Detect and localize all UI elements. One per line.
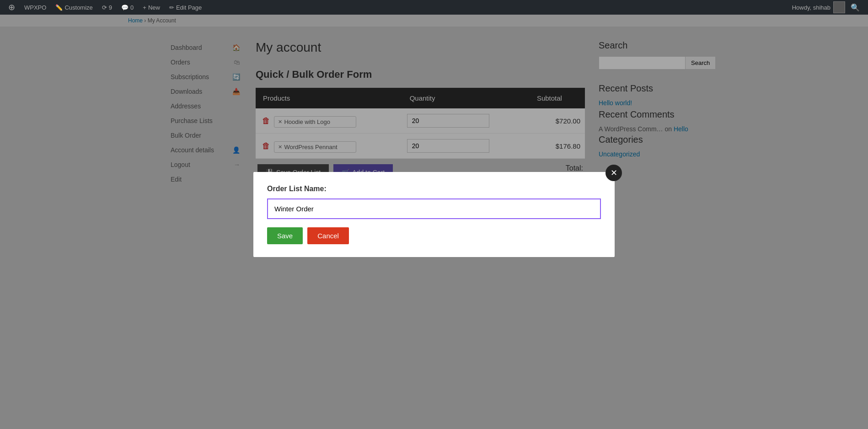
comments-count: 0 [130, 4, 134, 11]
admin-bar: ⊕ WPXPO ✏️ Customize ⟳ 9 💬 0 + New ✏ Edi… [0, 0, 868, 15]
updates-icon: ⟳ [102, 4, 107, 11]
comments-icon: 💬 [121, 4, 129, 11]
site-name-item[interactable]: WPXPO [21, 0, 50, 15]
wp-logo-icon: ⊕ [8, 2, 15, 12]
avatar [833, 1, 845, 13]
modal-save-button[interactable]: Save [267, 227, 303, 244]
plus-icon: + [143, 4, 146, 11]
updates-item[interactable]: ⟳ 9 [98, 0, 116, 15]
howdy-section[interactable]: Howdy, shihab [792, 1, 845, 13]
howdy-text: Howdy, shihab [792, 4, 830, 11]
admin-search-icon[interactable]: 🔍 [847, 3, 863, 12]
order-list-name-input[interactable] [267, 198, 601, 219]
site-name: WPXPO [24, 4, 46, 11]
new-label: New [148, 4, 160, 11]
modal-overlay: ✕ Order List Name: Save Cancel [0, 0, 868, 429]
new-item[interactable]: + New [139, 0, 164, 15]
edit-page-item[interactable]: ✏ Edit Page [166, 0, 205, 15]
edit-page-label: Edit Page [176, 4, 202, 11]
customize-label: Customize [64, 4, 92, 11]
wp-logo-item[interactable]: ⊕ [5, 0, 19, 15]
modal-label: Order List Name: [267, 185, 601, 193]
modal-cancel-button[interactable]: Cancel [307, 227, 349, 244]
admin-bar-right: Howdy, shihab 🔍 [792, 1, 863, 13]
customize-item[interactable]: ✏️ Customize [52, 0, 96, 15]
updates-count: 9 [109, 4, 112, 11]
comments-item[interactable]: 💬 0 [118, 0, 137, 15]
modal-actions: Save Cancel [267, 227, 601, 244]
order-list-modal: ✕ Order List Name: Save Cancel [253, 172, 615, 257]
edit-page-icon: ✏ [169, 4, 174, 11]
modal-close-button[interactable]: ✕ [605, 165, 622, 181]
customize-icon: ✏️ [55, 4, 63, 11]
